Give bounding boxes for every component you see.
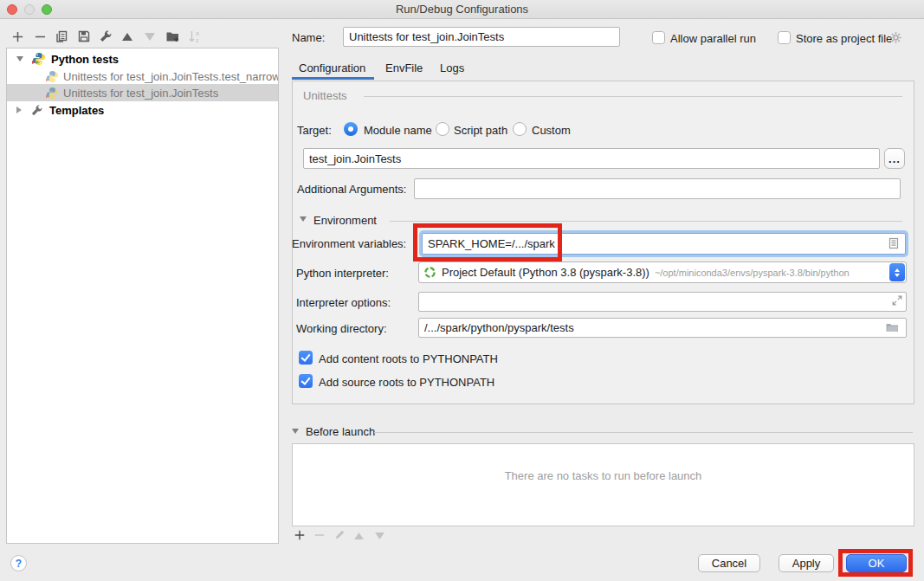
ok-button[interactable]: OK [846, 554, 907, 572]
name-label: Name: [292, 31, 325, 44]
group-divider [374, 432, 913, 433]
target-custom-label: Custom [532, 124, 571, 137]
move-down-icon[interactable] [145, 33, 155, 41]
remove-task-icon[interactable] [313, 529, 326, 541]
environment-collapse-icon[interactable] [300, 216, 307, 222]
interpreter-dropdown-chevrons-icon[interactable] [889, 263, 905, 281]
store-as-project-file-checkbox[interactable] [778, 31, 791, 44]
target-module-name-radio[interactable] [344, 122, 358, 136]
add-source-roots-label: Add source roots to PYTHONPATH [319, 376, 494, 389]
cancel-button[interactable]: Cancel [698, 554, 760, 572]
tab-logs[interactable]: Logs [440, 61, 464, 74]
expand-field-icon[interactable] [891, 294, 903, 307]
move-task-up-icon[interactable] [354, 533, 364, 539]
new-folder-icon[interactable] [165, 29, 180, 43]
python-interpreter-value: Project Default (Python 3.8 (pyspark-3.8… [442, 266, 649, 279]
zoom-window-button[interactable] [42, 4, 52, 15]
close-window-button[interactable] [7, 4, 17, 15]
python-interpreter-path: ~/opt/miniconda3/envs/pyspark-3.8/bin/py… [655, 268, 850, 278]
save-icon[interactable] [77, 29, 91, 43]
target-label: Target: [297, 124, 332, 137]
move-task-down-icon[interactable] [375, 533, 384, 539]
name-input[interactable] [343, 27, 620, 47]
working-directory-input[interactable] [418, 318, 907, 338]
sort-alpha-icon[interactable]: az [188, 29, 202, 43]
conda-env-icon [423, 266, 436, 279]
active-tab-underline [292, 77, 374, 80]
help-button[interactable]: ? [10, 555, 27, 571]
python-tests-icon [32, 52, 46, 66]
folder-icon[interactable] [885, 320, 900, 334]
add-source-roots-checkbox[interactable] [299, 374, 313, 388]
before-launch-title: Before launch [306, 425, 375, 438]
tree-item-label: Unittests for test_join.JoinTests.test_n… [63, 70, 279, 83]
tab-configuration[interactable]: Configuration [299, 61, 365, 74]
title-bar: Run/Debug Configurations [0, 0, 924, 19]
edit-templates-wrench-icon[interactable] [99, 29, 113, 43]
configurations-tree: Python tests Unittests for test_join.Joi… [6, 48, 279, 544]
svg-text:a: a [196, 30, 199, 36]
templates-wrench-icon [30, 104, 43, 117]
apply-button[interactable]: Apply [779, 554, 834, 572]
move-up-icon[interactable] [122, 33, 132, 41]
tab-envfile[interactable]: EnvFile [385, 61, 423, 74]
tree-item-label: Unittests for test_join.JoinTests [63, 87, 218, 100]
before-launch-empty-text: There are no tasks to run before launch [292, 469, 914, 482]
browse-button[interactable]: ... [884, 148, 905, 169]
copy-icon[interactable] [55, 29, 68, 43]
python-interpreter-label: Python interpreter: [296, 267, 389, 280]
tree-item-python-tests[interactable]: Python tests [7, 50, 278, 68]
environment-variables-input[interactable] [422, 233, 906, 255]
svg-text:z: z [196, 37, 199, 43]
browse-variables-icon[interactable] [887, 236, 901, 250]
additional-arguments-label: Additional Arguments: [297, 183, 406, 196]
tree-item-test-narrow[interactable]: Unittests for test_join.JoinTests.test_n… [7, 68, 278, 85]
target-custom-radio[interactable] [513, 122, 527, 136]
store-as-project-file-label: Store as project file [796, 32, 892, 45]
add-icon[interactable] [11, 30, 24, 43]
group-divider [390, 221, 902, 222]
run-debug-configurations-dialog: Run/Debug Configurations az Python tests [0, 0, 924, 581]
additional-arguments-input[interactable] [414, 178, 901, 199]
tree-item-label: Templates [49, 104, 104, 117]
before-launch-collapse-icon[interactable] [292, 429, 299, 434]
module-name-input[interactable] [303, 148, 880, 169]
environment-variables-label: Environment variables: [292, 237, 406, 250]
remove-icon[interactable] [34, 30, 47, 43]
target-script-path-label: Script path [454, 124, 507, 137]
unittests-group-title: Unittests [303, 89, 347, 102]
target-module-name-label: Module name [364, 124, 432, 137]
add-content-roots-checkbox[interactable] [299, 351, 313, 365]
tree-item-jointests-selected[interactable]: Unittests for test_join.JoinTests [7, 84, 278, 101]
python-test-config-icon [46, 70, 59, 83]
add-task-icon[interactable] [294, 529, 306, 541]
target-script-path-radio[interactable] [436, 122, 449, 136]
allow-parallel-run-label: Allow parallel run [670, 32, 756, 45]
window-title: Run/Debug Configurations [0, 0, 924, 19]
working-directory-label: Working directory: [296, 322, 387, 335]
interpreter-options-input[interactable] [418, 292, 907, 312]
python-interpreter-select[interactable]: Project Default (Python 3.8 (pyspark-3.8… [418, 261, 907, 283]
interpreter-options-label: Interpreter options: [296, 296, 391, 309]
environment-group-title: Environment [313, 214, 377, 227]
before-launch-task-list[interactable] [292, 443, 914, 526]
edit-task-pencil-icon[interactable] [333, 528, 346, 541]
group-divider [364, 96, 902, 97]
minimize-window-button[interactable] [24, 4, 35, 15]
tree-item-label: Python tests [51, 53, 119, 66]
allow-parallel-run-checkbox[interactable] [652, 31, 665, 44]
gear-icon[interactable] [888, 30, 903, 45]
expand-collapse-icon[interactable] [16, 107, 22, 113]
tree-item-templates[interactable]: Templates [7, 101, 278, 119]
expand-collapse-icon[interactable] [16, 56, 23, 61]
add-content-roots-label: Add content roots to PYTHONPATH [319, 352, 498, 365]
python-test-config-icon [46, 87, 59, 100]
